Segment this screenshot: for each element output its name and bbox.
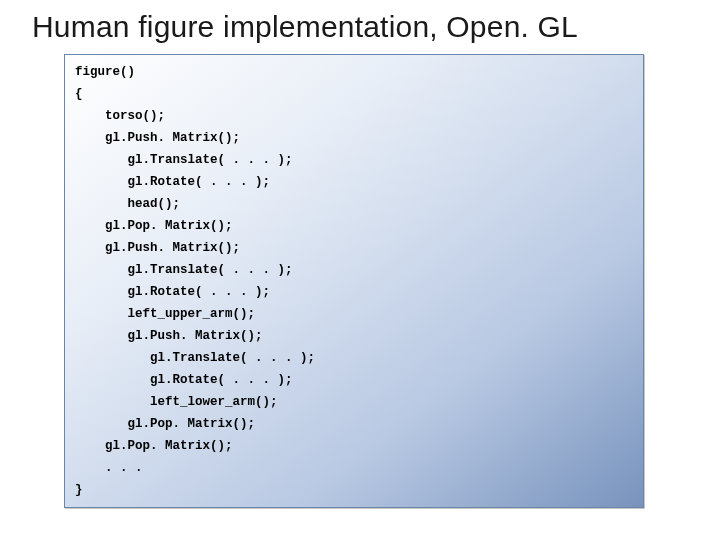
code-line: gl.Rotate( . . . );	[75, 369, 633, 391]
code-block: figure() { torso(); gl.Push. Matrix(); g…	[64, 54, 644, 508]
code-line: figure()	[75, 61, 633, 83]
code-line: gl.Push. Matrix();	[75, 127, 633, 149]
code-line: gl.Rotate( . . . );	[75, 171, 633, 193]
code-line: gl.Push. Matrix();	[75, 237, 633, 259]
slide: Human figure implementation, Open. GL fi…	[0, 0, 720, 540]
code-line: gl.Pop. Matrix();	[75, 435, 633, 457]
code-line: gl.Rotate( . . . );	[75, 281, 633, 303]
page-title: Human figure implementation, Open. GL	[32, 10, 696, 44]
code-line: left_lower_arm();	[75, 391, 633, 413]
code-line: {	[75, 83, 633, 105]
code-line: gl.Translate( . . . );	[75, 347, 633, 369]
code-line: gl.Pop. Matrix();	[75, 215, 633, 237]
code-line: . . .	[75, 457, 633, 479]
code-line: gl.Pop. Matrix();	[75, 413, 633, 435]
code-line: torso();	[75, 105, 633, 127]
code-line: gl.Translate( . . . );	[75, 149, 633, 171]
code-line: head();	[75, 193, 633, 215]
code-line: gl.Push. Matrix();	[75, 325, 633, 347]
code-line: left_upper_arm();	[75, 303, 633, 325]
code-line: }	[75, 479, 633, 501]
code-line: gl.Translate( . . . );	[75, 259, 633, 281]
